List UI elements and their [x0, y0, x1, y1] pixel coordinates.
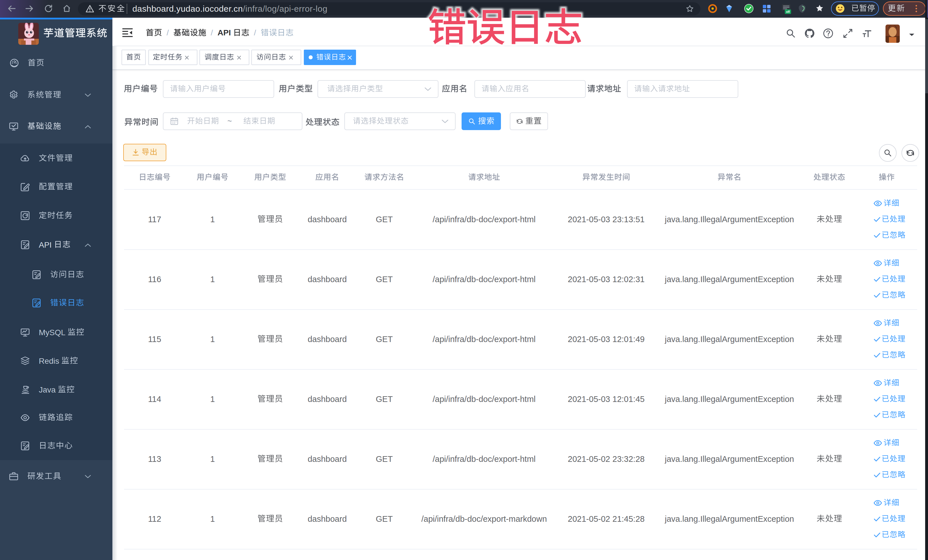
svg-text:off: off: [786, 10, 790, 14]
